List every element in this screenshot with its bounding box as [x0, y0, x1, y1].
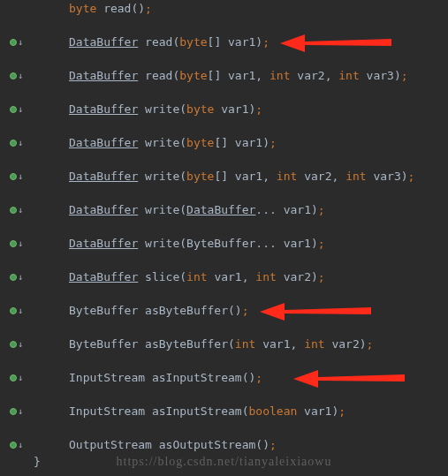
code-line[interactable]: DataBuffer write(byte[] var1);: [69, 134, 448, 151]
override-marker-icon[interactable]: ↓: [10, 38, 23, 47]
gutter-row: ↓: [0, 201, 27, 218]
token: ;: [318, 203, 325, 216]
code-line[interactable]: [69, 285, 448, 302]
token: int: [304, 337, 324, 351]
override-marker-icon[interactable]: ↓: [10, 105, 23, 114]
code-line[interactable]: OutputStream asOutputStream();: [69, 436, 448, 453]
code-line[interactable]: [69, 419, 448, 436]
token: DataBuffer: [186, 203, 255, 216]
override-marker-icon[interactable]: ↓: [10, 206, 23, 215]
override-marker-icon[interactable]: ↓: [10, 72, 23, 80]
code-line[interactable]: [69, 17, 448, 34]
code-line[interactable]: [69, 117, 448, 134]
token: ;: [318, 270, 325, 283]
token: byte: [186, 136, 214, 149]
token: int: [235, 337, 255, 351]
code-area[interactable]: byte read();DataBuffer read(byte[] var1)…: [27, 0, 448, 470]
token: byte: [186, 170, 214, 183]
gutter-row: ↓: [0, 268, 27, 285]
token: int: [277, 170, 297, 183]
token: read(: [138, 35, 179, 49]
gutter-row: [0, 185, 27, 201]
code-line[interactable]: [69, 151, 448, 168]
code-line[interactable]: [69, 319, 448, 336]
token: DataBuffer: [69, 203, 138, 216]
code-line[interactable]: [69, 84, 448, 101]
token: boolean: [249, 404, 298, 418]
token: int: [186, 270, 207, 283]
code-line[interactable]: [69, 352, 448, 369]
code-line[interactable]: byte read();: [69, 0, 448, 17]
token: int: [255, 270, 276, 283]
token: ;: [255, 371, 262, 384]
code-line[interactable]: [69, 50, 448, 67]
override-marker-icon[interactable]: ↓: [10, 374, 23, 382]
token: [] var1): [208, 35, 263, 49]
gutter-row: ↓: [0, 302, 27, 319]
token: DataBuffer: [69, 69, 138, 82]
gutter-row: ↓: [0, 168, 27, 185]
override-marker-icon[interactable]: ↓: [10, 273, 23, 282]
code-editor[interactable]: ↓↓↓↓↓↓↓↓↓↓↓↓↓ byte read();DataBuffer rea…: [0, 0, 448, 470]
override-marker-icon[interactable]: ↓: [10, 407, 23, 416]
token: DataBuffer: [69, 270, 138, 283]
override-marker-icon[interactable]: ↓: [10, 441, 23, 450]
gutter-row: [0, 319, 27, 336]
token: ;: [242, 304, 249, 317]
code-line[interactable]: [69, 252, 448, 268]
token: DataBuffer: [69, 136, 138, 149]
code-line[interactable]: InputStream asInputStream();: [69, 369, 448, 386]
override-marker-icon[interactable]: ↓: [10, 306, 23, 315]
token: var3): [360, 69, 401, 82]
gutter-row: [0, 419, 27, 436]
token: read(: [138, 69, 179, 82]
token: var2,: [297, 170, 345, 183]
token: OutputStream asOutputStream(): [69, 438, 270, 451]
token: write(: [138, 102, 186, 116]
token: ;: [367, 337, 374, 351]
gutter-row: [0, 17, 27, 34]
gutter-row: ↓: [0, 67, 27, 84]
override-marker-icon[interactable]: ↓: [10, 139, 23, 147]
gutter-row: [0, 252, 27, 268]
token: write(: [138, 203, 186, 216]
code-line[interactable]: DataBuffer write(DataBuffer... var1);: [69, 201, 448, 218]
code-line[interactable]: DataBuffer read(byte[] var1);: [69, 34, 448, 50]
code-line[interactable]: DataBuffer write(byte var1);: [69, 101, 448, 117]
code-line[interactable]: [69, 218, 448, 235]
code-line[interactable]: DataBuffer slice(int var1, int var2);: [69, 268, 448, 285]
token: var1): [214, 102, 255, 116]
code-line[interactable]: ByteBuffer asByteBuffer(int var1, int va…: [69, 336, 448, 352]
token: write(ByteBuffer... var1): [138, 237, 318, 250]
gutter-row: [0, 352, 27, 369]
token: byte: [186, 102, 214, 116]
token: var2): [325, 337, 367, 351]
override-marker-icon[interactable]: ↓: [10, 340, 23, 349]
override-marker-icon[interactable]: ↓: [10, 172, 23, 181]
token: byte: [179, 35, 207, 49]
code-line[interactable]: [69, 386, 448, 403]
token: [] var1,: [208, 69, 270, 82]
token: ;: [145, 2, 152, 15]
code-line[interactable]: ByteBuffer asByteBuffer();: [69, 302, 448, 319]
gutter-row: ↓: [0, 134, 27, 151]
gutter-row: [0, 218, 27, 235]
token: ;: [270, 438, 277, 451]
code-line[interactable]: DataBuffer read(byte[] var1, int var2, i…: [69, 67, 448, 84]
token: ... var1): [255, 203, 317, 216]
code-line[interactable]: DataBuffer write(byte[] var1, int var2, …: [69, 168, 448, 185]
watermark-text: https://blog.csdn.net/tianyaleixiaowu: [0, 455, 448, 469]
gutter-row: [0, 117, 27, 134]
code-line[interactable]: DataBuffer write(ByteBuffer... var1);: [69, 235, 448, 252]
token: ;: [318, 237, 325, 250]
gutter-row: [0, 0, 27, 17]
code-line[interactable]: [69, 185, 448, 201]
token: byte: [179, 69, 207, 82]
token: DataBuffer: [69, 35, 138, 49]
code-line[interactable]: InputStream asInputStream(boolean var1);: [69, 403, 448, 419]
token: [] var1,: [214, 170, 276, 183]
token: ByteBuffer asByteBuffer(: [69, 337, 235, 351]
token: ;: [338, 404, 345, 418]
gutter-row: ↓: [0, 235, 27, 252]
override-marker-icon[interactable]: ↓: [10, 239, 23, 248]
